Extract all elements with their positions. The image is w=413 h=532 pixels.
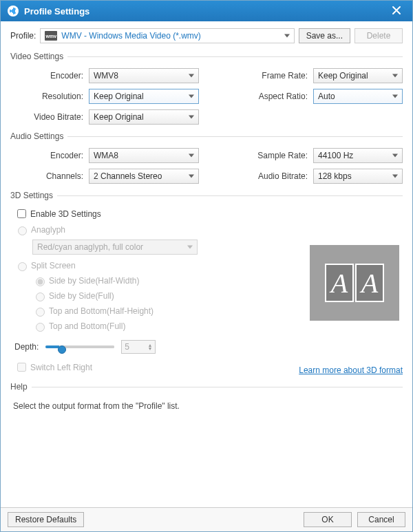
chevron-down-icon [392,154,398,158]
chevron-down-icon [189,95,194,98]
save-as-button[interactable]: Save as... [299,28,350,43]
aspect-ratio-select[interactable]: Auto [313,89,403,104]
audio-bitrate-label: Audio Bitrate: [242,171,309,181]
chevron-down-icon [189,154,194,158]
preview-right: A [355,264,384,302]
titlebar: Profile Settings [1,1,412,21]
chevron-down-icon [392,95,398,98]
resolution-label: Resolution: [10,92,85,101]
close-icon[interactable] [388,4,405,19]
window-title: Profile Settings [24,6,388,17]
split-screen-radio: Split Screen [14,260,76,271]
audio-encoder-label: Encoder: [10,151,85,160]
chevron-down-icon [187,246,193,249]
sbs-full-radio: Side by Side(Full) [32,290,114,301]
anaglyph-mode-select: Red/cyan anaglyph, full color [32,240,198,255]
channels-select[interactable]: 2 Channels Stereo [89,169,199,184]
help-legend: Help [10,382,32,392]
profile-value: WMV - Windows Media Video (*.wmv) [61,31,201,41]
video-encoder-select[interactable]: WMV8 [89,68,199,83]
switch-lr-checkbox: Switch Left Right [14,361,92,374]
sample-rate-select[interactable]: 44100 Hz [313,148,403,163]
tb-full-radio: Top and Bottom(Full) [32,321,125,332]
video-legend: Video Settings [10,52,67,61]
dialog-footer: Restore Defaults OK Cancel [1,507,412,531]
video-bitrate-select[interactable]: Keep Original [89,109,199,125]
restore-defaults-button[interactable]: Restore Defaults [8,512,84,527]
3d-preview: AA [310,245,399,321]
preview-left: A [325,264,354,302]
audio-encoder-select[interactable]: WMA8 [89,148,199,163]
content-area: Profile: wmv WMV - Windows Media Video (… [1,21,412,507]
resolution-select[interactable]: Keep Original [89,89,199,104]
format-icon: wmv [45,31,57,41]
help-text: Select the output format from the "Profi… [10,401,403,411]
depth-slider [45,345,114,348]
frame-rate-label: Frame Rate: [242,71,309,81]
profile-select[interactable]: wmv WMV - Windows Media Video (*.wmv) [40,28,294,43]
delete-button: Delete [354,28,403,43]
ok-button[interactable]: OK [304,512,352,527]
enable-3d-checkbox[interactable]: Enable 3D Settings [14,207,101,220]
aspect-ratio-label: Aspect Ratio: [242,92,309,101]
frame-rate-select[interactable]: Keep Original [313,68,403,83]
video-settings-group: Video Settings Encoder: WMV8 Frame Rate:… [10,52,403,125]
audio-settings-group: Audio Settings Encoder: WMA8 Sample Rate… [10,131,403,184]
sbs-half-radio: Side by Side(Half-Width) [32,275,139,286]
channels-label: Channels: [10,171,85,181]
chevron-down-icon [284,34,290,38]
audio-legend: Audio Settings [10,131,67,141]
profile-label: Profile: [10,31,36,41]
chevron-down-icon [189,74,194,78]
video-encoder-label: Encoder: [10,71,85,81]
app-logo-icon [8,6,19,17]
chevron-down-icon [392,74,398,78]
chevron-down-icon [189,175,194,178]
3d-legend: 3D Settings [10,191,57,200]
profile-settings-dialog: Profile Settings Profile: wmv WMV - Wind… [0,0,413,532]
chevron-down-icon [189,116,194,119]
tb-half-radio: Top and Bottom(Half-Height) [32,306,153,317]
spinner-arrows-icon: ▲▼ [147,343,152,350]
depth-spinner: 5▲▼ [121,340,156,354]
depth-label: Depth: [14,342,39,352]
anaglyph-radio: Anaglyph [14,224,65,235]
audio-bitrate-select[interactable]: 128 kbps [313,169,403,184]
cancel-button[interactable]: Cancel [357,512,405,527]
chevron-down-icon [392,175,398,178]
sample-rate-label: Sample Rate: [242,151,309,160]
learn-more-link[interactable]: Learn more about 3D format [299,365,403,375]
help-group: Help Select the output format from the "… [10,382,403,411]
video-bitrate-label: Video Bitrate: [10,112,85,122]
